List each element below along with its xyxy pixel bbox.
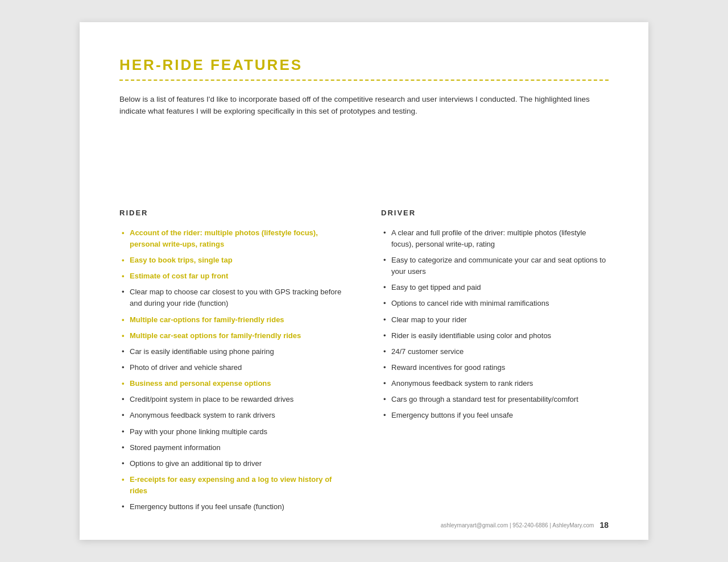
- list-item: Credit/point system in place to be rewar…: [119, 394, 347, 405]
- page-title: HER-RIDE FEATURES: [119, 56, 609, 74]
- list-item: Emergency buttons if you feel unsafe: [381, 410, 609, 421]
- list-item: Anonymous feedback system to rank riders: [381, 378, 609, 389]
- list-item: Business and personal expense options: [119, 378, 347, 389]
- header-section: HER-RIDE FEATURES Below is a list of fea…: [119, 56, 609, 118]
- rider-column: RIDER Account of the rider: multiple pho…: [119, 209, 347, 518]
- list-item: Cars go through a standard test for pres…: [381, 394, 609, 405]
- list-item: E-receipts for easy expensing and a log …: [119, 474, 347, 497]
- list-item: Multiple car-seat options for family-fri…: [119, 330, 347, 342]
- list-item: Clear map to choose car closest to you w…: [119, 286, 347, 309]
- driver-column: DRIVER A clear and full profile of the d…: [381, 209, 609, 518]
- spacer: [119, 140, 609, 186]
- driver-title: DRIVER: [381, 209, 609, 217]
- list-item: Photo of driver and vehicle shared: [119, 362, 347, 373]
- list-item: Stored payment information: [119, 442, 347, 453]
- intro-text: Below is a list of features I'd like to …: [119, 93, 609, 118]
- list-item: Account of the rider: multiple photos (l…: [119, 227, 347, 250]
- list-item: Rider is easily identifiable using color…: [381, 330, 609, 342]
- list-item: Options to give an additional tip to dri…: [119, 458, 347, 469]
- list-item: Clear map to your rider: [381, 314, 609, 326]
- list-item: Reward incentives for good ratings: [381, 362, 609, 373]
- columns-container: RIDER Account of the rider: multiple pho…: [119, 209, 609, 518]
- list-item: Easy to get tipped and paid: [381, 282, 609, 293]
- footer-contact: ashleymaryart@gmail.com | 952-240-6886 |…: [441, 522, 594, 528]
- driver-feature-list: A clear and full profile of the driver: …: [381, 227, 609, 422]
- list-item: Anonymous feedback system to rank driver…: [119, 410, 347, 421]
- list-item: Easy to categorize and communicate your …: [381, 255, 609, 277]
- list-item: Easy to book trips, single tap: [119, 255, 347, 266]
- list-item: Pay with your phone linking multiple car…: [119, 426, 347, 438]
- list-item: Options to cancel ride with minimal rami…: [381, 298, 609, 309]
- list-item: 24/7 customer service: [381, 346, 609, 357]
- list-item: Car is easily identifiable using phone p…: [119, 346, 347, 357]
- page-container: HER-RIDE FEATURES Below is a list of fea…: [80, 22, 648, 540]
- footer: ashleymaryart@gmail.com | 952-240-6886 |…: [441, 521, 609, 530]
- divider: [119, 80, 609, 81]
- footer-page-number: 18: [599, 521, 609, 530]
- list-item: Multiple car-options for family-friendly…: [119, 314, 347, 326]
- rider-title: RIDER: [119, 209, 347, 217]
- list-item: A clear and full profile of the driver: …: [381, 227, 609, 250]
- list-item: Estimate of cost far up front: [119, 270, 347, 282]
- list-item: Emergency buttons if you feel unsafe (fu…: [119, 501, 347, 513]
- rider-feature-list: Account of the rider: multiple photos (l…: [119, 227, 347, 513]
